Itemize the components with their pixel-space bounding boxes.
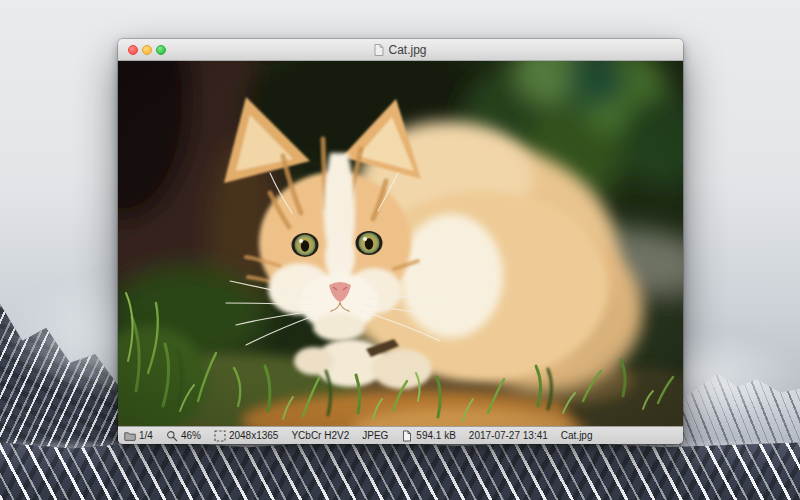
document-proxy-icon	[374, 44, 384, 56]
status-date: 2017-07-27 13:41	[469, 430, 548, 441]
minimize-button[interactable]	[142, 45, 152, 55]
status-colorspace-value: YCbCr H2V2	[291, 430, 349, 441]
selection-icon	[214, 430, 226, 442]
status-filesize: 594.1 kB	[401, 430, 455, 442]
status-page-index-value: 1/4	[139, 430, 153, 441]
status-dimensions: 2048x1365	[214, 430, 279, 442]
status-date-value: 2017-07-27 13:41	[469, 430, 548, 441]
status-filesize-value: 594.1 kB	[416, 430, 455, 441]
image-canvas[interactable]	[118, 61, 683, 426]
zoom-button[interactable]	[156, 45, 166, 55]
status-page-index: 1/4	[124, 430, 153, 442]
status-bar: 1/4 46% 2048x1365 YCbCr H2V2 JPEG	[118, 426, 683, 444]
status-zoom-level: 46%	[166, 430, 201, 442]
close-button[interactable]	[128, 45, 138, 55]
image-viewer-window: Cat.jpg	[118, 39, 683, 444]
status-filename-value: Cat.jpg	[561, 430, 593, 441]
wallpaper-mountain-bottom	[0, 440, 800, 500]
status-format: JPEG	[362, 430, 388, 441]
status-zoom-value: 46%	[181, 430, 201, 441]
folder-icon	[124, 430, 136, 442]
status-colorspace: YCbCr H2V2	[291, 430, 349, 441]
status-filename: Cat.jpg	[561, 430, 593, 441]
status-format-value: JPEG	[362, 430, 388, 441]
cat-photo	[118, 61, 683, 426]
file-icon	[401, 430, 413, 442]
window-titlebar[interactable]: Cat.jpg	[118, 39, 683, 61]
status-dimensions-value: 2048x1365	[229, 430, 279, 441]
magnifier-icon	[166, 430, 178, 442]
window-title: Cat.jpg	[388, 43, 426, 57]
